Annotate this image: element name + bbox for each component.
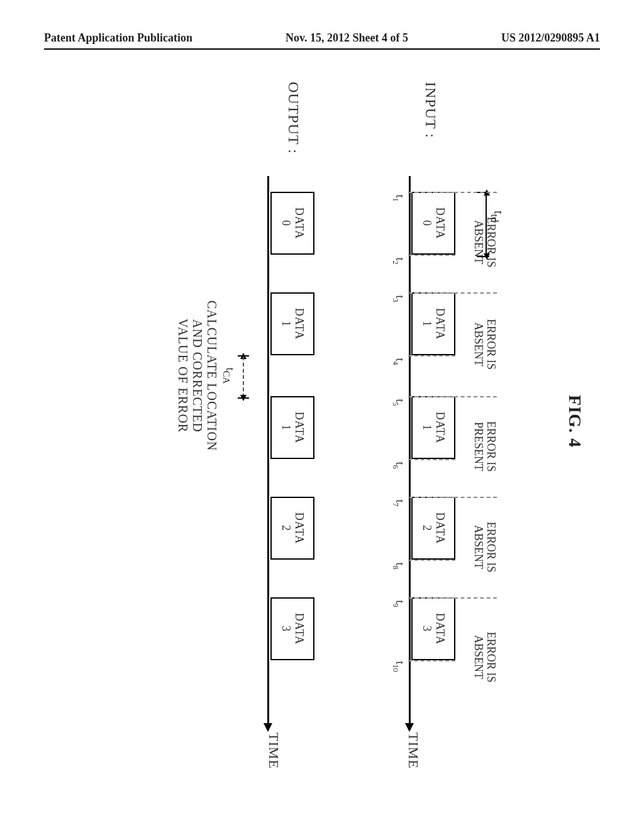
input-time-axis bbox=[409, 176, 411, 723]
tick-guide bbox=[408, 497, 455, 498]
tick-guide bbox=[408, 396, 455, 397]
timing-diagram: INPUT : OUTPUT : TIME TIME ttd tCA CALCU… bbox=[131, 82, 533, 761]
output-data-box: DATA1 bbox=[270, 396, 314, 459]
header-center: Nov. 15, 2012 Sheet 4 of 5 bbox=[286, 31, 408, 45]
tick-label: t7 bbox=[391, 490, 406, 516]
tick-label: t3 bbox=[391, 286, 406, 311]
tick-guide bbox=[408, 292, 455, 294]
tick-guide bbox=[408, 255, 455, 256]
tick-label: t8 bbox=[391, 553, 406, 578]
input-data-box: DATA1 bbox=[411, 396, 455, 459]
tick-guide bbox=[408, 192, 455, 193]
tick-label: t2 bbox=[391, 248, 406, 274]
header-left: Patent Application Publication bbox=[44, 31, 192, 45]
row-label-input: INPUT : bbox=[422, 82, 439, 138]
axis-label-bottom: TIME bbox=[265, 733, 282, 769]
tick-label: t1 bbox=[391, 185, 406, 211]
tick-label: t4 bbox=[391, 349, 406, 374]
tick-label: t6 bbox=[391, 453, 406, 478]
input-data-box: DATA0 bbox=[411, 192, 455, 255]
error-state-label: ERROR ISPRESENT bbox=[472, 399, 497, 494]
error-state-label: ERROR ISABSENT bbox=[472, 610, 497, 704]
tick-guide bbox=[408, 459, 455, 460]
tick-guide bbox=[408, 597, 455, 599]
output-data-box: DATA3 bbox=[270, 597, 314, 660]
tick-label: t5 bbox=[391, 390, 406, 415]
output-data-box: DATA1 bbox=[270, 292, 314, 355]
output-data-box: DATA0 bbox=[270, 192, 314, 255]
error-state-label: ERROR ISABSENT bbox=[472, 500, 497, 594]
tick-label: t10 bbox=[391, 654, 406, 679]
error-state-label: ERROR ISABSENT bbox=[472, 195, 497, 289]
page-header: Patent Application Publication Nov. 15, … bbox=[44, 31, 600, 50]
input-data-box: DATA2 bbox=[411, 497, 455, 560]
input-data-box: DATA1 bbox=[411, 292, 455, 355]
axis-label-top: TIME bbox=[405, 733, 421, 769]
output-data-box: DATA2 bbox=[270, 497, 314, 560]
header-right: US 2012/0290895 A1 bbox=[501, 31, 600, 45]
tca-span-label: tCA bbox=[221, 351, 236, 401]
input-data-box: DATA3 bbox=[411, 597, 455, 660]
tick-guide bbox=[408, 560, 455, 561]
tick-guide bbox=[408, 355, 455, 357]
output-time-axis bbox=[267, 176, 269, 723]
tick-label: t9 bbox=[391, 591, 406, 616]
figure-4: FIG. 4 INPUT : OUTPUT : TIME TIME ttd tC… bbox=[0, 88, 644, 805]
error-state-label: ERROR ISABSENT bbox=[472, 297, 497, 392]
row-label-output: OUTPUT : bbox=[285, 82, 302, 154]
calc-caption: CALCULATE LOCATIONAND CORRECTEDVALUE OF … bbox=[175, 275, 219, 477]
tca-span-marker bbox=[238, 355, 249, 399]
figure-title: FIG. 4 bbox=[565, 57, 585, 786]
tick-guide bbox=[408, 660, 455, 661]
